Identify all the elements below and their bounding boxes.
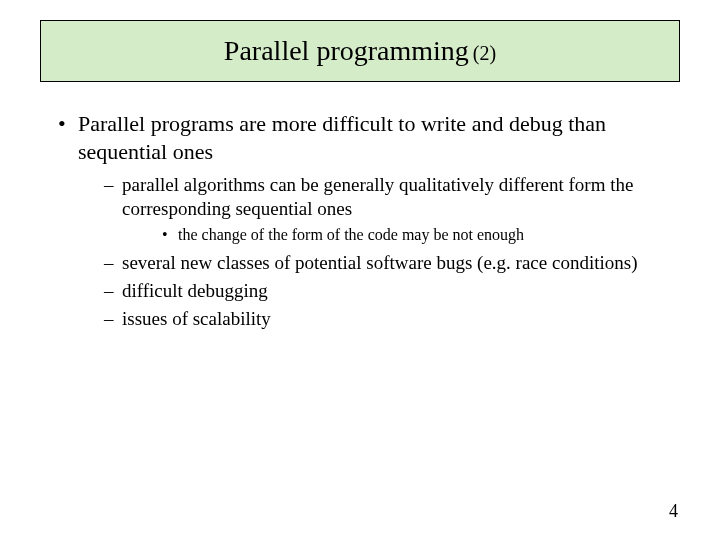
slide-title-box: Parallel programming (2) [40, 20, 680, 82]
sub-bullet-item: issues of scalability [104, 307, 680, 331]
page-number: 4 [669, 501, 678, 522]
bullet-item: Parallel programs are more difficult to … [58, 110, 680, 331]
sub-bullet-item: several new classes of potential softwar… [104, 251, 680, 275]
sub-bullet-text: difficult debugging [122, 280, 268, 301]
subsub-bullet-item: the change of the form of the code may b… [162, 225, 680, 246]
sub-bullet-text: parallel algorithms can be generally qua… [122, 174, 633, 219]
sub-bullet-item: parallel algorithms can be generally qua… [104, 173, 680, 245]
bullet-text: Parallel programs are more difficult to … [78, 111, 606, 164]
bullet-list-level3: the change of the form of the code may b… [122, 225, 680, 246]
bullet-list-level1: Parallel programs are more difficult to … [40, 110, 680, 331]
sub-bullet-item: difficult debugging [104, 279, 680, 303]
slide-title-suffix: (2) [473, 42, 496, 64]
subsub-bullet-text: the change of the form of the code may b… [178, 226, 524, 243]
bullet-list-level2: parallel algorithms can be generally qua… [78, 173, 680, 331]
slide-title: Parallel programming [224, 35, 469, 66]
sub-bullet-text: issues of scalability [122, 308, 271, 329]
sub-bullet-text: several new classes of potential softwar… [122, 252, 637, 273]
